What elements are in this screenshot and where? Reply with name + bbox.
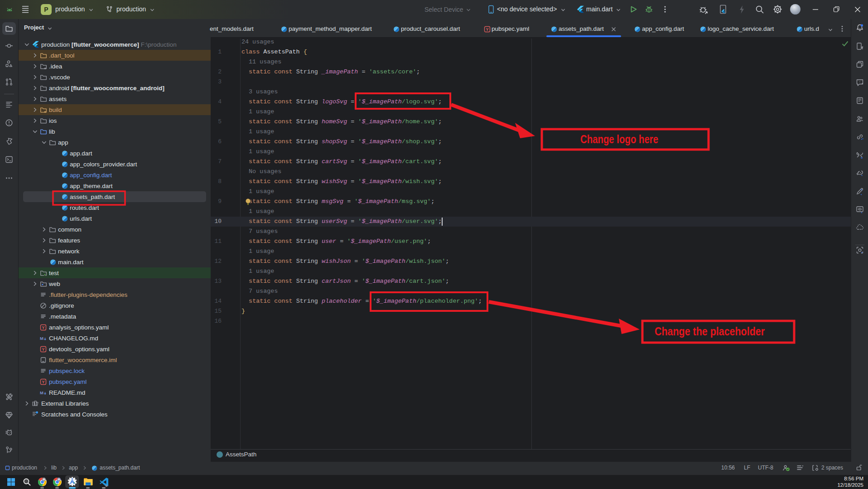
svg-text:Change the placeholder: Change the placeholder [655, 325, 765, 338]
svg-text:Change logo here: Change logo here [580, 133, 658, 145]
